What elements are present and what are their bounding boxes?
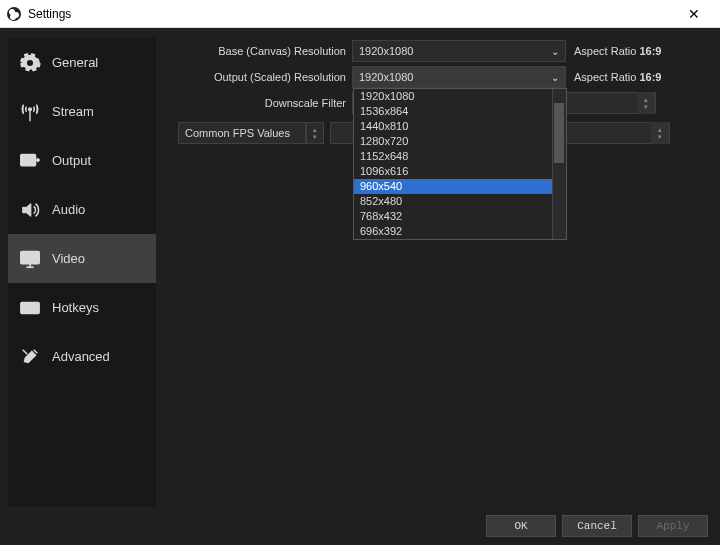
spin-icon[interactable]: ▴▾ bbox=[637, 92, 655, 114]
chevron-down-icon: ⌄ bbox=[551, 46, 559, 57]
app-body: General Stream Output Audio Video Hotkey… bbox=[0, 28, 720, 545]
dropdown-option[interactable]: 696x392 bbox=[354, 224, 566, 239]
output-resolution-dropdown: 1920x10801536x8641440x8101280x7201152x64… bbox=[353, 88, 567, 240]
base-aspect-ratio: Aspect Ratio 16:9 bbox=[574, 45, 661, 57]
svg-point-3 bbox=[10, 14, 16, 20]
tools-icon bbox=[18, 345, 42, 369]
svg-rect-6 bbox=[21, 154, 36, 165]
chevron-down-icon: ⌄ bbox=[551, 72, 559, 83]
dropdown-option[interactable]: 1152x648 bbox=[354, 149, 566, 164]
spin-icon[interactable]: ▴▾ bbox=[651, 122, 669, 144]
sidebar-item-label: Stream bbox=[52, 104, 94, 119]
scrollbar-thumb[interactable] bbox=[554, 103, 564, 163]
sidebar-item-audio[interactable]: Audio bbox=[8, 185, 156, 234]
antenna-icon bbox=[18, 100, 42, 124]
dialog-footer: OK Cancel Apply bbox=[0, 507, 720, 545]
fps-mode-value: Common FPS Values bbox=[185, 127, 299, 139]
svg-rect-10 bbox=[21, 302, 39, 313]
output-aspect-ratio: Aspect Ratio 16:9 bbox=[574, 71, 661, 83]
sidebar-item-general[interactable]: General bbox=[8, 38, 156, 87]
dropdown-option[interactable]: 1440x810 bbox=[354, 119, 566, 134]
dropdown-option[interactable]: 960x540 bbox=[354, 179, 566, 194]
sidebar-item-label: Hotkeys bbox=[52, 300, 99, 315]
dropdown-scrollbar[interactable] bbox=[552, 89, 566, 239]
output-resolution-value: 1920x1080 bbox=[359, 71, 551, 83]
speaker-icon bbox=[18, 198, 42, 222]
keyboard-icon bbox=[18, 296, 42, 320]
downscale-filter-label: Downscale Filter bbox=[164, 97, 352, 109]
base-resolution-combo[interactable]: 1920x1080 ⌄ bbox=[352, 40, 566, 62]
fps-mode-combo[interactable]: Common FPS Values bbox=[178, 122, 306, 144]
sidebar: General Stream Output Audio Video Hotkey… bbox=[8, 38, 156, 507]
sidebar-item-label: Audio bbox=[52, 202, 85, 217]
sidebar-item-label: Advanced bbox=[52, 349, 110, 364]
apply-button[interactable]: Apply bbox=[638, 515, 708, 537]
svg-rect-7 bbox=[21, 251, 39, 263]
dropdown-option[interactable]: 1096x616 bbox=[354, 164, 566, 179]
base-resolution-label: Base (Canvas) Resolution bbox=[164, 45, 352, 57]
cancel-button[interactable]: Cancel bbox=[562, 515, 632, 537]
output-resolution-combo[interactable]: 1920x1080 ⌄ bbox=[352, 66, 566, 88]
close-button[interactable]: ✕ bbox=[674, 6, 714, 22]
ok-button[interactable]: OK bbox=[486, 515, 556, 537]
dropdown-option[interactable]: 768x432 bbox=[354, 209, 566, 224]
sidebar-item-stream[interactable]: Stream bbox=[8, 87, 156, 136]
sidebar-item-label: Output bbox=[52, 153, 91, 168]
titlebar: Settings ✕ bbox=[0, 0, 720, 28]
fps-mode-spin[interactable]: ▴▾ bbox=[306, 122, 324, 144]
sidebar-item-hotkeys[interactable]: Hotkeys bbox=[8, 283, 156, 332]
app-logo-icon bbox=[6, 6, 22, 22]
monitor-icon bbox=[18, 247, 42, 271]
output-resolution-label: Output (Scaled) Resolution bbox=[164, 71, 352, 83]
gear-icon bbox=[18, 51, 42, 75]
dropdown-option[interactable]: 852x480 bbox=[354, 194, 566, 209]
sidebar-item-label: Video bbox=[52, 251, 85, 266]
dropdown-option[interactable]: 1536x864 bbox=[354, 104, 566, 119]
sidebar-item-advanced[interactable]: Advanced bbox=[8, 332, 156, 381]
output-icon bbox=[18, 149, 42, 173]
sidebar-item-label: General bbox=[52, 55, 98, 70]
dropdown-option[interactable]: 1920x1080 bbox=[354, 89, 566, 104]
base-resolution-value: 1920x1080 bbox=[359, 45, 551, 57]
sidebar-item-output[interactable]: Output bbox=[8, 136, 156, 185]
settings-panel-video: Base (Canvas) Resolution 1920x1080 ⌄ Asp… bbox=[164, 38, 712, 507]
sidebar-item-video[interactable]: Video bbox=[8, 234, 156, 283]
dropdown-option[interactable]: 1280x720 bbox=[354, 134, 566, 149]
window-title: Settings bbox=[28, 7, 674, 21]
